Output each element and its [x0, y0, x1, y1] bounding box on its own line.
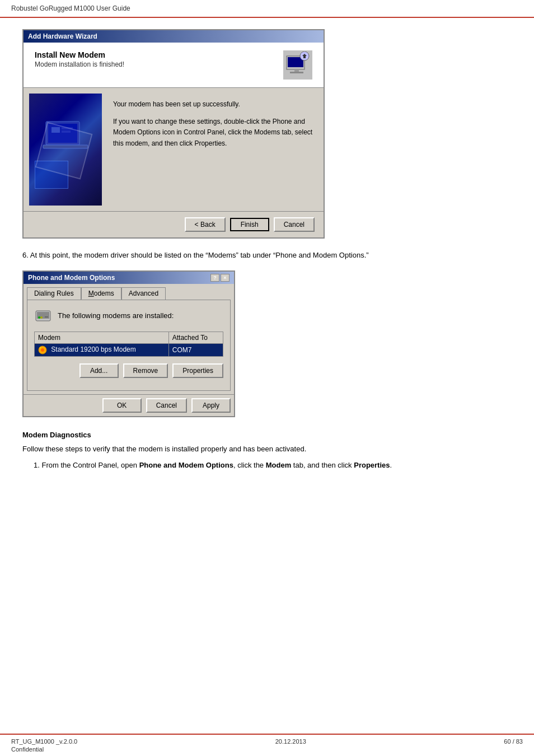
step1-text4: .	[390, 461, 392, 469]
dialog-close-btn[interactable]: ×	[221, 274, 229, 282]
wizard-text-area: Your modem has been set up successfully.…	[111, 94, 318, 206]
footer-center: 20.12.2013	[275, 738, 306, 753]
add-button[interactable]: Add...	[79, 363, 119, 378]
page-footer: RT_UG_M1000 _v.2.0.0 Confidential 20.12.…	[0, 734, 534, 756]
step1-text-pre: From the Control Panel, open	[41, 461, 139, 469]
tab-modems[interactable]: Modems	[81, 287, 121, 300]
dialog-question-btn[interactable]: ?	[210, 274, 219, 282]
diagnostics-intro: Follow these steps to verify that the mo…	[22, 444, 512, 455]
footer-right: 60 / 83	[504, 738, 523, 753]
diagnostics-title: Modem Diagnostics	[22, 431, 512, 439]
modem-dialog-title: Phone and Modem Options	[28, 274, 115, 282]
wizard-header-section: Install New Modem Modem installation is …	[24, 43, 324, 88]
properties-button[interactable]: Properties	[172, 363, 223, 378]
wizard-side-image	[29, 94, 102, 206]
modem-name-cell: Standard 19200 bps Modem	[35, 343, 169, 356]
tab-dialing-rules-label: Dialing Rules	[34, 290, 74, 297]
modem-table-header-row: Modem Attached To	[35, 332, 223, 343]
wizard-section-subtitle: Modem installation is finished!	[35, 60, 124, 68]
wizard-section-title: Install New Modem	[35, 50, 124, 59]
wizard-title-text: Add Hardware Wizard	[28, 32, 97, 40]
modem-installed-row: The following modems are installed:	[34, 307, 223, 325]
step1-text3: tab, and then click	[291, 461, 354, 469]
wizard-side-image-inner	[35, 161, 68, 189]
svg-rect-3	[290, 72, 303, 73]
remove-button[interactable]: Remove	[123, 363, 168, 378]
tab-advanced-label: Advanced	[129, 290, 158, 297]
wizard-footer: < Back Finish Cancel	[24, 211, 324, 237]
svg-point-13	[38, 316, 40, 319]
cancel-button[interactable]: Cancel	[146, 398, 187, 413]
modem-name: Standard 19200 bps Modem	[51, 346, 135, 353]
footer-page: 60 / 83	[504, 738, 523, 745]
modem-title-bar: Phone and Modem Options ? ×	[24, 272, 234, 284]
wizard-instructions: If you want to change these settings, do…	[113, 116, 316, 149]
wizard-body: Install New Modem Modem installation is …	[24, 43, 324, 237]
add-hardware-wizard-dialog: Add Hardware Wizard Install New Modem Mo…	[22, 29, 325, 239]
modem-action-buttons: Add... Remove Properties	[34, 363, 223, 378]
wizard-back-button[interactable]: < Back	[185, 217, 226, 232]
document-title: Robustel GoRugged M1000 User Guide	[11, 4, 130, 12]
modem-list-table: Modem Attached To Standard 19200 bps Mod	[34, 332, 223, 357]
page-header: Robustel GoRugged M1000 User Guide	[0, 0, 534, 18]
footer-date: 20.12.2013	[275, 738, 306, 745]
modem-tabs: Dialing Rules Modems Advanced	[24, 284, 234, 300]
svg-rect-9	[62, 127, 73, 129]
step1-bold2: Modem	[266, 461, 292, 469]
diagnostics-section: Modem Diagnostics Follow these steps to …	[22, 431, 512, 472]
svg-rect-7	[43, 145, 88, 148]
svg-rect-2	[294, 69, 299, 72]
svg-rect-6	[48, 124, 77, 143]
modem-installed-text: The following modems are installed:	[58, 311, 174, 320]
wizard-main: Your modem has been set up successfully.…	[24, 88, 324, 211]
phone-modem-dialog: Phone and Modem Options ? × Dialing Rule…	[22, 270, 235, 417]
svg-rect-8	[51, 127, 60, 133]
wizard-header-icon	[283, 50, 312, 80]
attached-col-header: Attached To	[168, 332, 223, 343]
svg-point-14	[40, 316, 43, 319]
svg-point-18	[40, 347, 41, 348]
modem-ok-row: OK Cancel Apply	[24, 394, 234, 416]
table-row[interactable]: Standard 19200 bps Modem COM7	[35, 343, 223, 356]
attached-to-cell: COM7	[168, 343, 223, 356]
step1-bold3: Properties	[354, 461, 390, 469]
tab-advanced[interactable]: Advanced	[121, 287, 166, 300]
footer-left: RT_UG_M1000 _v.2.0.0 Confidential	[11, 738, 77, 753]
svg-rect-10	[62, 130, 71, 133]
footer-confidential: Confidential	[11, 746, 77, 753]
step6-container: 6. At this point, the modem driver shoul…	[22, 250, 512, 262]
diagnostics-step1: 1. From the Control Panel, open Phone an…	[34, 460, 512, 472]
tab-dialing-rules[interactable]: Dialing Rules	[27, 287, 81, 300]
svg-rect-15	[45, 316, 48, 318]
wizard-finish-button[interactable]: Finish	[230, 218, 269, 231]
modem-col-header: Modem	[35, 332, 169, 343]
step6-number: 6.	[22, 251, 29, 259]
svg-point-17	[41, 348, 44, 352]
wizard-success-text: Your modem has been set up successfully.	[113, 99, 316, 110]
ok-button[interactable]: OK	[102, 398, 142, 413]
title-bar-controls: ? ×	[210, 274, 229, 282]
apply-button[interactable]: Apply	[191, 398, 231, 413]
modem-tab-content: The following modems are installed: Mode…	[27, 300, 231, 391]
step6-text: At this point, the modem driver should b…	[30, 251, 369, 259]
modem-installed-icon	[34, 307, 52, 325]
tab-modems-label: Modems	[88, 290, 114, 297]
wizard-cancel-button[interactable]: Cancel	[274, 217, 315, 232]
step1-number: 1.	[34, 461, 40, 469]
wizard-header-text: Install New Modem Modem installation is …	[35, 50, 124, 68]
wizard-title-bar: Add Hardware Wizard	[24, 30, 324, 43]
step1-text2: , click the	[233, 461, 266, 469]
step1-bold1: Phone and Modem Options	[139, 461, 233, 469]
footer-doc-id: RT_UG_M1000 _v.2.0.0	[11, 738, 77, 745]
